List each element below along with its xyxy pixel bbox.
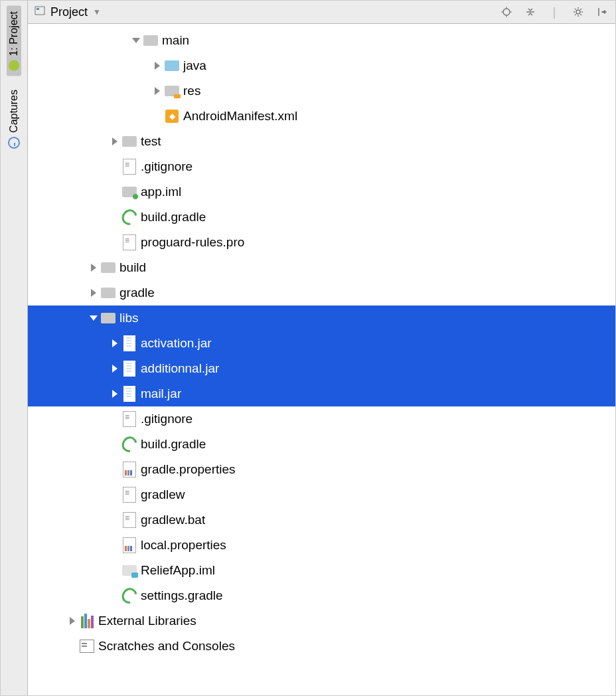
tree-item-label: gradle.properties [141,462,236,477]
left-tool-tabs: 1: Project Captures [1,1,28,695]
side-tab-project[interactable]: 1: Project [7,6,21,76]
tree-row[interactable]: ◆AndroidManifest.xml [28,104,615,129]
text-file-icon [122,235,137,250]
side-tab-project-label: 1: Project [8,11,20,56]
side-tab-captures[interactable]: Captures [8,86,20,153]
tree-row[interactable]: local.properties [28,533,615,558]
panel-header: Project ▼ | [28,1,615,24]
tree-item-label: main [162,33,189,48]
tree-item-label: External Libraries [98,614,196,628]
expand-toggle[interactable] [110,137,122,145]
tree-item-label: gradlew.bat [141,513,205,527]
folder-icon [101,286,116,300]
tree-row[interactable]: java [28,53,615,78]
tree-row[interactable]: gradle.properties [28,457,615,482]
tree-row[interactable]: .gitignore [28,154,615,179]
expand-toggle[interactable] [131,38,143,43]
expand-toggle[interactable] [153,62,165,70]
tree-row[interactable]: app.iml [28,179,615,205]
tree-item-label: .gitignore [141,412,193,426]
expand-toggle[interactable] [110,339,122,347]
expand-toggle[interactable] [153,87,165,95]
chevron-right-icon [91,264,96,272]
text-file-icon [122,513,137,527]
chevron-right-icon [91,289,96,297]
tree-item-label: gradle [119,286,155,300]
properties-file-icon [122,462,137,477]
chevron-down-icon [90,315,98,321]
tree-item-label: additionnal.jar [141,361,219,376]
divider: | [548,5,561,19]
expand-toggle[interactable] [89,289,101,297]
tree-row[interactable]: Scratches and Consoles [28,634,615,659]
tree-row[interactable]: .gitignore [28,406,615,432]
text-file-icon [122,412,137,426]
tree-item-label: ReliefApp.iml [141,563,215,578]
tree-row[interactable]: build.gradle [28,432,615,457]
panel-header-left[interactable]: Project ▼ [35,5,101,19]
svg-line-15 [575,15,576,16]
panel-view-title: Project [50,5,88,19]
tree-row[interactable]: activation.jar [28,331,615,356]
tree-item-label: mail.jar [141,387,181,401]
tree-row[interactable]: additionnal.jar [28,356,615,381]
jar-file-icon [122,336,137,351]
target-icon[interactable] [500,5,513,19]
expand-toggle[interactable] [68,617,80,625]
tree-row[interactable]: ReliefApp.iml [28,558,615,583]
tree-item-label: AndroidManifest.xml [183,109,297,124]
tree-row[interactable]: main [28,28,615,53]
expand-toggle[interactable] [110,365,122,373]
project-view-icon [35,5,45,19]
gear-icon[interactable] [572,5,585,19]
collapse-icon[interactable] [524,5,537,19]
svg-rect-1 [37,8,39,10]
svg-point-2 [503,9,510,15]
tree-item-label: local.properties [141,538,226,553]
tree-item-label: app.iml [141,185,181,199]
text-file-icon [122,159,137,174]
chevron-right-icon [112,390,117,398]
gradle-icon [122,437,137,452]
chevron-right-icon [70,617,75,625]
tree-item-label: activation.jar [141,336,212,351]
svg-rect-0 [35,7,44,15]
side-tab-captures-label: Captures [8,90,20,133]
project-tree[interactable]: mainjavares◆AndroidManifest.xmltest.giti… [28,24,615,695]
tree-row[interactable]: mail.jar [28,381,615,406]
folder-icon [101,260,116,275]
chevron-right-icon [155,87,160,95]
tree-row[interactable]: test [28,129,615,154]
tree-row[interactable]: gradle [28,280,615,305]
tree-row[interactable]: proguard-rules.pro [28,230,615,255]
tree-row[interactable]: build [28,255,615,280]
expand-toggle[interactable] [110,390,122,398]
chevron-down-icon: ▼ [93,7,101,17]
gradle-icon [122,210,137,224]
hide-icon[interactable] [595,5,609,19]
jar-file-icon [122,387,137,401]
tree-row[interactable]: External Libraries [28,608,615,634]
expand-toggle[interactable] [89,264,101,272]
tree-row[interactable]: libs [28,305,615,331]
tree-row[interactable]: build.gradle [28,205,615,230]
module-icon [122,185,137,199]
android-manifest-icon: ◆ [165,109,179,124]
tree-item-label: libs [119,311,139,325]
tree-row[interactable]: gradlew.bat [28,507,615,533]
tree-row[interactable]: settings.gradle [28,583,615,608]
chevron-right-icon [112,137,117,145]
folder-icon [122,134,137,149]
properties-file-icon [122,538,137,553]
expand-toggle[interactable] [89,315,101,321]
chevron-down-icon [132,38,140,43]
jar-file-icon [122,361,137,376]
gradle-icon [122,588,137,603]
module-icon [122,563,137,578]
tree-item-label: java [183,58,206,73]
tree-item-label: proguard-rules.pro [141,235,244,250]
tree-row[interactable]: gradlew [28,482,615,507]
tree-row[interactable]: res [28,78,615,104]
chevron-right-icon [155,62,160,70]
tree-item-label: test [141,134,161,149]
